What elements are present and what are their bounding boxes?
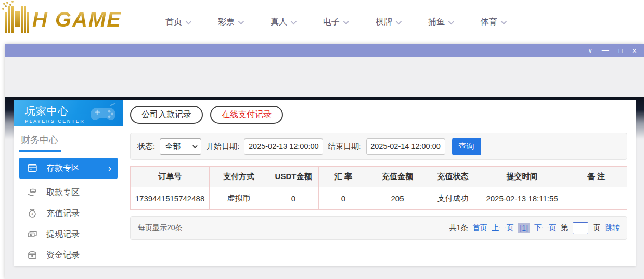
chevron-down-icon	[396, 18, 402, 24]
sidebar-menu: 存款专区 › 取款专区	[14, 158, 123, 266]
pagination-controls: 共1条 首页 上一页 [1] 下一页 第 页 跳转	[449, 222, 620, 234]
chevron-down-icon	[343, 18, 349, 24]
money-bag-icon: ¥	[27, 208, 37, 219]
site-header: H GAME 首页 彩票 真人 电子 棋牌	[0, 0, 644, 44]
start-date-label: 开始日期:	[206, 142, 239, 151]
start-date-input[interactable]	[244, 138, 323, 155]
records-table: 订单号 支付方式 USDT金额 汇 率 充值金额 充值状态 提交时间 备 注	[130, 166, 627, 210]
cell-exchange-rate: 0	[319, 187, 368, 210]
cell-pay-method: 虚拟币	[210, 187, 268, 210]
sidebar: 玩家中心 PLAYERS CENTER	[14, 100, 123, 266]
gamepad-icon	[88, 103, 119, 125]
nav-item-live[interactable]: 真人	[271, 17, 295, 28]
chevron-down-icon	[192, 143, 198, 148]
nav-label: 彩票	[218, 17, 235, 28]
cell-recharge-amount: 205	[368, 187, 427, 210]
chevron-down-icon	[186, 18, 191, 24]
sidebar-item-label: 充值记录	[46, 208, 80, 219]
col-remark: 备 注	[565, 167, 627, 187]
sidebar-item-funds-records[interactable]: 资金记录	[14, 245, 123, 265]
sidebar-item-label: 存款专区	[46, 163, 80, 174]
nav-label: 电子	[323, 17, 340, 28]
sidebar-item-label: 提现记录	[46, 229, 80, 240]
maximize-icon[interactable]: □	[619, 47, 623, 54]
col-recharge-amount: 充值金额	[368, 167, 427, 187]
chevron-down-icon	[501, 18, 507, 24]
cell-remark	[565, 187, 627, 210]
logo-mark-icon	[5, 6, 29, 33]
main-nav: 首页 彩票 真人 电子 棋牌 捕鱼	[165, 0, 505, 44]
pagination-bar: 每页显示20条 共1条 首页 上一页 [1] 下一页 第 页 跳转	[130, 216, 627, 240]
player-center-window: ∨ — □ × 玩家中心 PLAYERS CENTER	[5, 44, 644, 279]
sidebar-item-clipped[interactable]: 额度转换记录	[14, 265, 123, 266]
nav-label: 棋牌	[376, 17, 392, 28]
sidebar-item-withdraw-zone[interactable]: 取款专区	[14, 182, 123, 203]
page-root: H GAME 首页 彩票 真人 电子 棋牌	[0, 0, 644, 279]
nav-label: 捕鱼	[428, 17, 445, 28]
bank-card-icon	[27, 163, 37, 173]
nav-item-sports[interactable]: 体育	[481, 17, 505, 28]
cell-recharge-status: 支付成功	[427, 187, 479, 210]
col-exchange-rate: 汇 率	[319, 167, 368, 187]
tab-company-deposit-records[interactable]: 公司入款记录	[130, 106, 203, 124]
jump-prefix-label: 第	[561, 223, 568, 233]
sidebar-header: 玩家中心 PLAYERS CENTER	[14, 100, 123, 126]
window-titlebar[interactable]: ∨ — □ ×	[5, 44, 644, 57]
nav-label: 真人	[271, 17, 287, 28]
next-page-link[interactable]: 下一页	[534, 223, 556, 233]
cell-usdt-amount: 0	[268, 187, 319, 210]
chevron-right-icon: ›	[108, 163, 111, 173]
logo[interactable]: H GAME	[5, 3, 122, 35]
col-usdt-amount: USDT金额	[268, 167, 319, 187]
total-count-text: 共1条	[449, 223, 468, 233]
cell-submit-time: 2025-02-13 18:11:55	[479, 187, 565, 210]
jump-page-input[interactable]	[573, 222, 588, 234]
player-center-panel: 玩家中心 PLAYERS CENTER	[14, 100, 636, 266]
end-date-input[interactable]	[366, 138, 445, 155]
sidebar-section-finance: 财务中心	[21, 134, 117, 151]
chevron-down-icon	[238, 18, 244, 24]
status-select[interactable]: 全部	[160, 138, 201, 155]
query-button[interactable]: 查询	[452, 138, 481, 155]
sidebar-item-label: 资金记录	[46, 250, 80, 261]
col-submit-time: 提交时间	[479, 167, 565, 187]
first-page-link[interactable]: 首页	[472, 223, 487, 233]
table-header-row: 订单号 支付方式 USDT金额 汇 率 充值金额 充值状态 提交时间 备 注	[131, 167, 627, 187]
record-tabs: 公司入款记录 在线支付记录	[130, 106, 627, 124]
prev-page-link[interactable]: 上一页	[492, 223, 513, 233]
nav-label: 首页	[165, 17, 182, 28]
nav-label: 体育	[481, 17, 497, 28]
table-row: 1739441515742488 虚拟币 0 0 205 支付成功 2025-0…	[131, 187, 627, 210]
sidebar-item-withdrawal-records[interactable]: 提现记录	[14, 224, 123, 245]
col-order-no: 订单号	[131, 167, 210, 187]
nav-item-lottery[interactable]: 彩票	[218, 17, 242, 28]
filter-bar: 状态: 全部 开始日期: 结束日期: 查询	[130, 133, 627, 160]
sidebar-item-recharge-records[interactable]: ¥ 充值记录	[14, 203, 123, 224]
status-select-value: 全部	[165, 142, 181, 151]
svg-text:¥: ¥	[31, 212, 33, 216]
jump-suffix-label: 页	[593, 223, 600, 233]
nav-item-home[interactable]: 首页	[165, 17, 190, 28]
hand-coins-icon	[27, 187, 37, 198]
chevron-down-icon	[448, 18, 454, 24]
page-size-text: 每页显示20条	[138, 223, 183, 233]
col-recharge-status: 充值状态	[427, 167, 479, 187]
nav-item-slots[interactable]: 电子	[323, 17, 347, 28]
purse-icon	[27, 250, 37, 260]
collapse-icon[interactable]: ∨	[588, 48, 593, 54]
window-body: 玩家中心 PLAYERS CENTER	[5, 57, 644, 279]
nav-item-chess[interactable]: 棋牌	[376, 17, 400, 28]
tab-online-payment-records[interactable]: 在线支付记录	[210, 106, 283, 124]
status-label: 状态:	[137, 142, 155, 151]
banknotes-icon	[27, 229, 37, 239]
close-icon[interactable]: ×	[632, 47, 637, 55]
col-pay-method: 支付方式	[210, 167, 268, 187]
sidebar-item-label: 取款专区	[46, 187, 80, 198]
nav-item-fishing[interactable]: 捕鱼	[428, 17, 453, 28]
jump-button[interactable]: 跳转	[605, 223, 620, 233]
current-page-badge[interactable]: [1]	[518, 223, 530, 233]
content-area: 公司入款记录 在线支付记录 状态: 全部 开始日期: 结束日期: 查询	[123, 100, 636, 266]
sidebar-item-deposit-zone[interactable]: 存款专区 ›	[19, 158, 118, 179]
cell-order-no: 1739441515742488	[131, 187, 210, 210]
minimize-icon[interactable]: —	[602, 46, 609, 54]
